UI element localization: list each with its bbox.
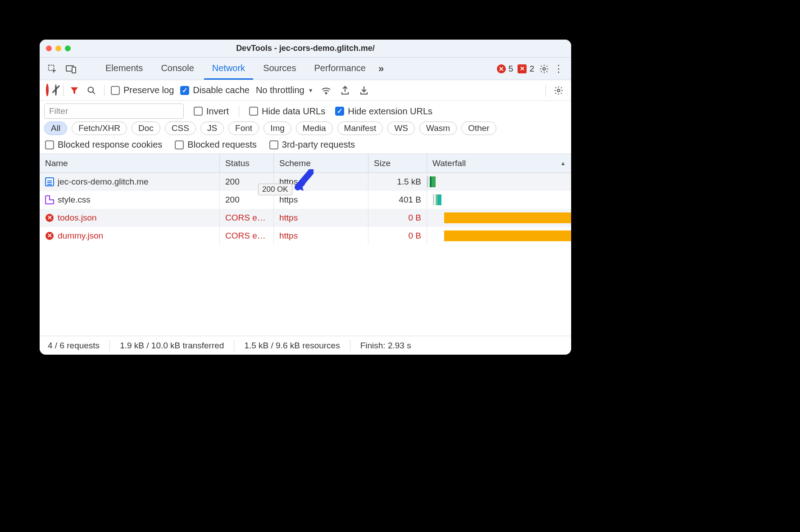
chip-wasm[interactable]: Wasm [419,122,457,135]
error-icon: ✕ [45,213,54,222]
chip-doc[interactable]: Doc [132,122,160,135]
tab-console[interactable]: Console [153,58,202,80]
filter-row: Invert Hide data URLs Hide extension URL… [40,101,571,120]
devtools-window: DevTools - jec-cors-demo.glitch.me/ Elem… [40,40,571,355]
cell-scheme: https [274,227,368,245]
col-status[interactable]: Status [220,154,274,172]
cell-waterfall [427,227,571,245]
cell-name: ✕dummy.json [40,227,220,245]
svg-point-5 [325,92,327,94]
col-name[interactable]: Name [40,154,220,172]
tab-elements[interactable]: Elements [97,58,151,80]
table-row[interactable]: ✕todos.jsonCORS e…https0 B [40,209,571,227]
blocked-cookies-checkbox[interactable]: Blocked response cookies [45,140,162,150]
network-conditions-icon[interactable] [320,84,332,97]
waterfall-bar [444,212,571,223]
network-toolbar: Preserve log Disable cache No throttling… [40,80,571,101]
chip-all[interactable]: All [44,122,67,135]
minimize-window-button[interactable] [55,45,61,51]
kebab-menu-icon[interactable]: ⋮ [552,63,565,75]
error-count-badge[interactable]: ✕ 5 [497,64,514,74]
waterfall-bar [430,176,436,187]
waterfall-bar [436,194,441,205]
col-size[interactable]: Size [368,154,427,172]
svg-point-6 [557,89,560,92]
export-har-icon[interactable] [339,84,351,97]
table-row[interactable]: style.css200https401 B [40,191,571,209]
chip-media[interactable]: Media [296,122,333,135]
tab-network[interactable]: Network [204,58,253,80]
device-toolbar-icon[interactable] [65,63,77,75]
cell-scheme: https [274,209,368,227]
cell-waterfall [427,191,571,209]
waterfall-bar [444,230,571,241]
chip-font[interactable]: Font [228,122,259,135]
invert-checkbox[interactable]: Invert [194,106,229,117]
cell-size: 1.5 kB [368,173,427,191]
filter-icon[interactable] [70,86,79,95]
status-bar: 4 / 6 requests 1.9 kB / 10.0 kB transfer… [40,336,571,355]
error-icon: ✕ [45,231,54,240]
cell-size: 0 B [368,209,427,227]
preserve-log-checkbox[interactable]: Preserve log [111,85,174,95]
window-controls [46,45,71,51]
status-tooltip: 200 OK [258,184,292,195]
chip-other[interactable]: Other [461,122,496,135]
disable-cache-checkbox[interactable]: Disable cache [180,85,250,95]
status-resources: 1.5 kB / 9.6 kB resources [244,341,340,351]
throttling-dropdown[interactable]: No throttling▼ [256,85,314,95]
third-party-checkbox[interactable]: 3rd-party requests [269,140,355,150]
titlebar: DevTools - jec-cors-demo.glitch.me/ [40,40,571,58]
blocked-requests-checkbox[interactable]: Blocked requests [175,140,256,150]
error-icon: ✕ [497,64,506,73]
chip-css[interactable]: CSS [165,122,196,135]
cell-size: 401 B [368,191,427,209]
import-har-icon[interactable] [358,84,370,97]
svg-point-4 [88,87,94,92]
close-window-button[interactable] [46,45,52,51]
col-waterfall[interactable]: Waterfall ▲ [427,154,571,172]
record-button[interactable] [46,85,49,95]
extension-error-icon: ✕ [518,64,527,73]
chip-img[interactable]: Img [264,122,291,135]
filter-input[interactable] [44,104,184,119]
chip-fetch-xhr[interactable]: Fetch/XHR [72,122,127,135]
search-icon[interactable] [85,84,98,97]
table-row[interactable]: ✕dummy.jsonCORS e…https0 B [40,227,571,245]
chip-manifest[interactable]: Manifest [337,122,383,135]
extension-error-badge[interactable]: ✕ 2 [518,64,534,74]
svg-point-3 [543,68,545,70]
col-scheme[interactable]: Scheme [274,154,368,172]
hide-data-urls-checkbox[interactable]: Hide data URLs [249,106,325,117]
table-body: jec-cors-demo.glitch.me200https1.5 kBsty… [40,173,571,336]
stylesheet-icon [45,195,54,204]
settings-icon[interactable] [538,63,550,75]
cell-waterfall [427,209,571,227]
extra-filter-row: Blocked response cookies Blocked request… [40,138,571,154]
sort-asc-icon: ▲ [560,160,566,167]
cell-size: 0 B [368,227,427,245]
hide-extension-urls-checkbox[interactable]: Hide extension URLs [335,106,432,117]
maximize-window-button[interactable] [65,45,71,51]
status-requests: 4 / 6 requests [48,341,100,351]
network-table: Name Status Scheme Size Waterfall ▲ jec-… [40,154,571,336]
status-finish: Finish: 2.93 s [360,341,411,351]
tab-sources[interactable]: Sources [255,58,304,80]
panel-tabs: Elements Console Network Sources Perform… [40,58,571,80]
window-title: DevTools - jec-cors-demo.glitch.me/ [40,44,571,53]
chip-ws[interactable]: WS [387,122,415,135]
cell-name: jec-cors-demo.glitch.me [40,173,220,191]
inspect-element-icon[interactable] [46,63,59,75]
chip-js[interactable]: JS [200,122,224,135]
svg-rect-2 [72,67,76,73]
clear-button[interactable] [55,85,57,95]
cell-waterfall [427,173,571,191]
tab-performance[interactable]: Performance [306,58,374,80]
cell-status: CORS e… [220,227,274,245]
annotation-arrow-icon [291,169,314,192]
network-settings-icon[interactable] [552,84,565,97]
cell-name: style.css [40,191,220,209]
cell-name: ✕todos.json [40,209,220,227]
more-tabs-button[interactable]: » [376,63,386,75]
document-icon [45,177,54,186]
